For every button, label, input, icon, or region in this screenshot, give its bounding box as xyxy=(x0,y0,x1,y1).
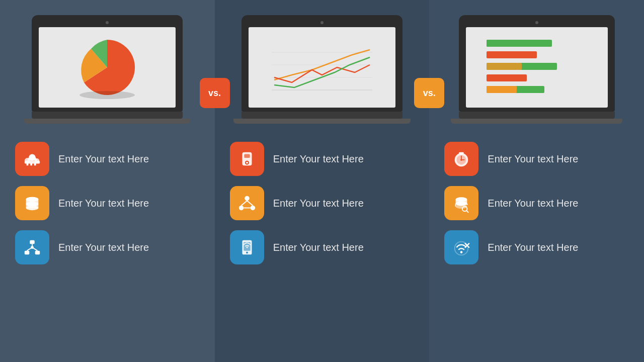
list-item: Enter Your text Here xyxy=(444,227,629,267)
svg-point-37 xyxy=(246,252,248,254)
svg-rect-54 xyxy=(459,152,464,154)
svg-rect-15 xyxy=(35,251,40,255)
camera-3 xyxy=(535,21,538,24)
svg-rect-13 xyxy=(30,240,35,244)
list-item: Enter Your text Here xyxy=(230,183,415,223)
svg-point-29 xyxy=(245,196,250,201)
svg-point-6 xyxy=(35,158,40,163)
item-text-2-3: Enter Your text Here xyxy=(273,241,364,254)
list-item: Enter Your text Here xyxy=(230,227,415,267)
svg-point-38 xyxy=(246,247,248,248)
svg-rect-45 xyxy=(487,74,527,81)
svg-point-27 xyxy=(246,162,248,164)
list-item: Enter Your text Here xyxy=(15,183,200,223)
item-text-1-1: Enter Your text Here xyxy=(58,152,149,165)
list-item: Enter Your text Here xyxy=(444,139,629,179)
laptop-1 xyxy=(32,15,183,124)
svg-point-31 xyxy=(250,206,255,211)
laptop-foot-1 xyxy=(24,119,190,124)
svg-point-60 xyxy=(456,204,467,209)
pie-chart xyxy=(72,35,142,100)
screen-2 xyxy=(249,27,395,108)
laptop-1-wrapper xyxy=(10,15,205,124)
item-text-3-2: Enter Your text Here xyxy=(488,197,578,210)
icon-dbsearch xyxy=(444,186,478,220)
line-chart xyxy=(267,35,377,100)
items-list-3: Enter Your text Here xyxy=(439,139,634,267)
column-1: Enter Your text Here Enter Your text Her… xyxy=(0,0,215,362)
svg-point-53 xyxy=(460,159,462,161)
column-2: Enter Your text Here Enter Your text Her… xyxy=(215,0,430,362)
svg-point-62 xyxy=(460,251,463,253)
column-3: Enter Your text Here xyxy=(429,0,644,362)
screen-3 xyxy=(466,27,608,108)
list-item: Enter Your text Here xyxy=(15,227,200,267)
svg-rect-4 xyxy=(34,163,36,166)
icon-nodes xyxy=(230,186,264,220)
laptop-2-wrapper xyxy=(225,15,420,124)
icon-timer xyxy=(444,142,478,176)
item-text-3-1: Enter Your text Here xyxy=(488,152,578,165)
list-item: Enter Your text Here xyxy=(444,183,629,223)
svg-point-30 xyxy=(239,206,244,211)
list-item: Enter Your text Here xyxy=(230,139,415,179)
items-list-2: Enter Your text Here Enter Your text Her… xyxy=(225,139,420,267)
camera-1 xyxy=(106,21,109,24)
svg-rect-28 xyxy=(244,154,250,158)
list-item: Enter Your text Here xyxy=(15,139,200,179)
icon-database xyxy=(15,186,49,220)
item-text-1-2: Enter Your text Here xyxy=(58,197,149,210)
item-text-2-2: Enter Your text Here xyxy=(273,197,364,210)
items-list-1: Enter Your text Here Enter Your text Her… xyxy=(10,139,205,267)
item-text-3-3: Enter Your text Here xyxy=(488,241,578,254)
item-text-1-3: Enter Your text Here xyxy=(58,241,149,254)
svg-rect-44 xyxy=(487,63,522,70)
vs-badge-1: vs. xyxy=(200,78,230,108)
svg-line-33 xyxy=(247,201,253,206)
laptop-foot-3 xyxy=(451,119,622,124)
icon-cloud xyxy=(15,142,49,176)
camera-2 xyxy=(320,21,324,24)
laptop-3 xyxy=(459,15,615,124)
laptop-3-wrapper xyxy=(439,15,634,124)
svg-point-0 xyxy=(79,91,135,99)
svg-rect-47 xyxy=(487,86,517,93)
icon-wireless xyxy=(444,230,478,264)
vs-badge-2: vs. xyxy=(414,78,444,108)
svg-rect-42 xyxy=(487,51,537,58)
icon-mobile xyxy=(230,230,264,264)
svg-rect-41 xyxy=(487,40,532,47)
bar-chart xyxy=(479,32,595,103)
svg-rect-3 xyxy=(30,163,32,166)
icon-network xyxy=(15,230,49,264)
svg-point-19 xyxy=(31,246,34,249)
laptop-foot-2 xyxy=(233,119,411,124)
svg-line-59 xyxy=(467,211,469,213)
icon-music xyxy=(230,142,264,176)
item-text-2-1: Enter Your text Here xyxy=(273,152,364,165)
svg-point-7 xyxy=(29,154,35,161)
svg-line-32 xyxy=(241,201,247,206)
laptop-2 xyxy=(242,15,403,124)
screen-1 xyxy=(39,27,176,108)
svg-point-12 xyxy=(26,206,39,211)
svg-rect-14 xyxy=(25,251,30,255)
main-container: vs. vs. xyxy=(0,0,644,362)
